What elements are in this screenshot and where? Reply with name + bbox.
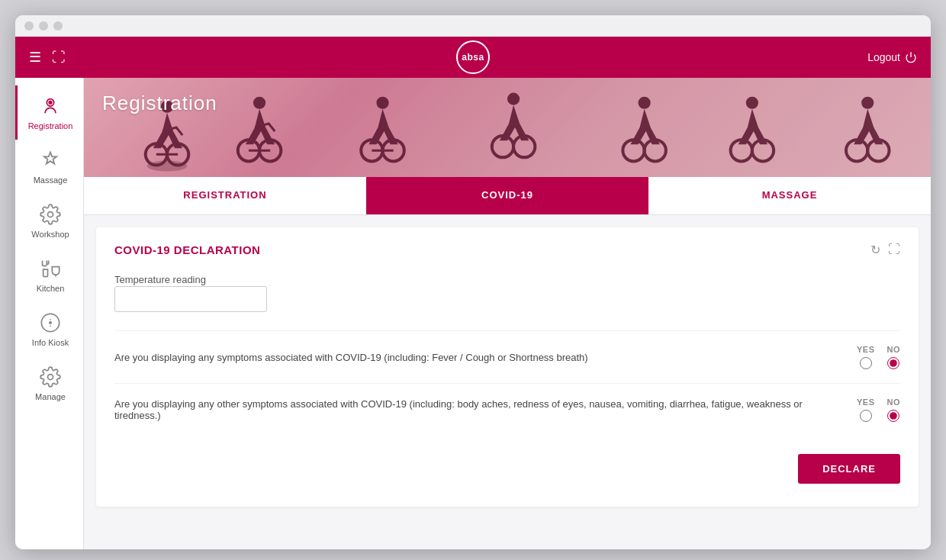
no-radio-2[interactable] — [887, 410, 899, 422]
logo: absa — [456, 40, 490, 74]
declare-row: DECLARE — [114, 454, 900, 484]
no-col-2: NO — [887, 397, 901, 422]
app-window: ☰ ⛶ absa Logout — [15, 15, 931, 549]
sidebar-item-workshop-label: Workshop — [31, 230, 69, 239]
hero-title: Registration — [102, 92, 217, 115]
svg-point-5 — [48, 375, 53, 380]
sidebar: Registration Massage Workshop — [15, 78, 84, 549]
no-radio-1[interactable] — [887, 357, 899, 369]
form-header: COVID-19 DECLARATION ↻ ⛶ — [114, 243, 900, 257]
content-area: Registration REGISTRATION COVID-19 MASSA… — [84, 78, 931, 549]
svg-point-16 — [376, 97, 388, 109]
svg-point-20 — [507, 93, 520, 105]
sidebar-item-info-kiosk[interactable]: Info Kiosk — [15, 302, 83, 356]
covid-form: COVID-19 DECLARATION ↻ ⛶ Temperature rea… — [96, 227, 919, 507]
svg-point-26 — [746, 97, 758, 109]
yes-radio-wrap-2 — [860, 410, 872, 422]
logout-button[interactable]: Logout — [867, 51, 917, 63]
logo-circle: absa — [456, 40, 490, 74]
question-row-1: Are you displaying any symptoms associat… — [114, 330, 900, 383]
sidebar-item-manage-label: Manage — [35, 392, 66, 401]
tab-registration[interactable]: REGISTRATION — [84, 177, 366, 214]
form-section-title: COVID-19 DECLARATION — [114, 243, 260, 256]
logout-label: Logout — [867, 51, 900, 63]
info-kiosk-icon — [39, 311, 62, 334]
registration-icon — [39, 95, 62, 117]
yes-col-2: YES — [857, 397, 875, 422]
top-nav: ☰ ⛶ absa Logout — [15, 37, 931, 78]
sidebar-item-kitchen-label: Kitchen — [37, 284, 65, 293]
logo-text: absa — [462, 52, 484, 63]
massage-icon — [39, 149, 62, 172]
refresh-icon[interactable]: ↻ — [870, 243, 880, 257]
tab-massage[interactable]: MASSAGE — [648, 177, 931, 214]
yn-group-2: YES NO — [857, 397, 900, 422]
kitchen-icon — [39, 257, 62, 280]
yn-group-1: YES NO — [857, 345, 900, 369]
svg-point-3 — [48, 212, 53, 217]
yes-label-2: YES — [857, 397, 875, 407]
form-actions: ↻ ⛶ — [870, 243, 900, 257]
no-col-1: NO — [887, 345, 901, 369]
nav-left: ☰ ⛶ — [29, 49, 66, 66]
tab-registration-label: REGISTRATION — [183, 189, 266, 201]
yes-radio-2[interactable] — [860, 410, 872, 422]
svg-point-4 — [50, 322, 51, 323]
workshop-icon — [39, 203, 62, 226]
hamburger-icon[interactable]: ☰ — [29, 49, 41, 66]
temperature-label: Temperature reading — [114, 274, 206, 285]
yes-col-1: YES — [857, 345, 875, 369]
tab-covid19-label: COVID-19 — [481, 189, 533, 201]
no-label-1: NO — [887, 345, 901, 354]
dot-red — [24, 21, 34, 31]
sidebar-item-massage[interactable]: Massage — [15, 140, 83, 194]
svg-point-29 — [861, 97, 874, 109]
hero-banner: Registration — [84, 78, 931, 177]
title-bar — [15, 15, 931, 37]
power-icon — [905, 51, 917, 63]
sidebar-item-workshop[interactable]: Workshop — [15, 194, 83, 248]
dot-green — [53, 21, 63, 31]
svg-point-2 — [49, 101, 52, 105]
dot-yellow — [39, 21, 48, 31]
manage-icon — [39, 365, 62, 388]
declare-button[interactable]: DECLARE — [798, 454, 900, 484]
main-layout: Registration Massage Workshop — [15, 78, 931, 549]
yes-radio-1[interactable] — [860, 357, 872, 369]
temperature-input[interactable] — [114, 286, 267, 312]
sidebar-item-massage-label: Massage — [34, 175, 68, 185]
question-row-2: Are you displaying any other symptoms as… — [114, 383, 900, 436]
yes-radio-wrap-1 — [860, 357, 872, 369]
question-2-text: Are you displaying any other symptoms as… — [114, 398, 841, 421]
tab-covid19[interactable]: COVID-19 — [366, 177, 648, 214]
sidebar-item-infokiosk-label: Info Kiosk — [32, 338, 69, 347]
no-radio-wrap-2 — [887, 410, 899, 422]
sidebar-item-manage[interactable]: Manage — [15, 356, 83, 410]
yes-label-1: YES — [857, 345, 875, 354]
question-1-text: Are you displaying any symptoms associat… — [114, 352, 841, 363]
tab-bar: REGISTRATION COVID-19 MASSAGE — [84, 177, 931, 215]
expand-icon[interactable]: ⛶ — [52, 50, 66, 66]
svg-point-12 — [253, 97, 265, 109]
fullscreen-icon[interactable]: ⛶ — [888, 243, 900, 257]
no-radio-wrap-1 — [887, 357, 899, 369]
no-label-2: NO — [887, 397, 901, 407]
tab-massage-label: MASSAGE — [762, 189, 818, 201]
sidebar-item-registration-label: Registration — [28, 121, 73, 130]
sidebar-item-kitchen[interactable]: Kitchen — [15, 248, 83, 302]
sidebar-item-registration[interactable]: Registration — [15, 85, 83, 140]
svg-point-23 — [639, 97, 651, 109]
